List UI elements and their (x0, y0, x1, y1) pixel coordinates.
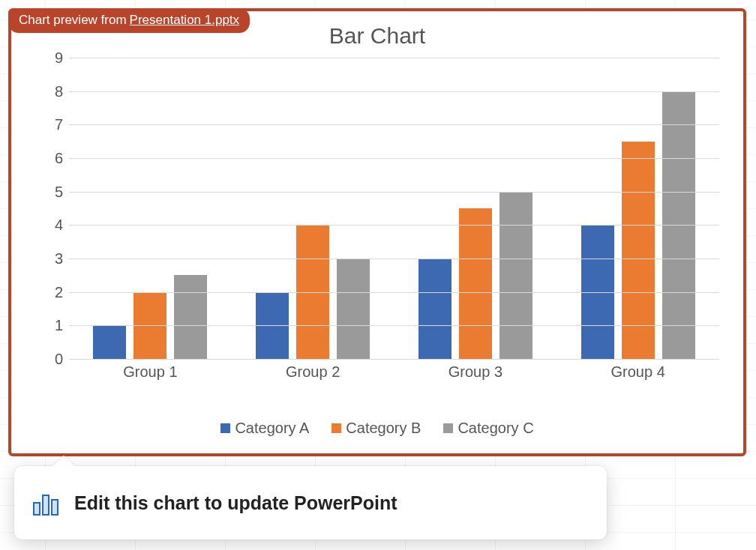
bar (459, 208, 492, 359)
x-tick-label: Group 2 (232, 359, 394, 384)
bars-row (69, 58, 719, 359)
svg-rect-2 (52, 500, 58, 515)
bar-group (556, 58, 719, 359)
badge-filename-link[interactable]: Presentation 1.pptx (130, 13, 239, 28)
bar-group (394, 58, 557, 359)
svg-rect-1 (43, 495, 49, 515)
gridline (69, 192, 719, 193)
y-tick-label: 2 (38, 283, 63, 300)
y-tick-label: 7 (38, 116, 63, 133)
bar-chart-icon (31, 488, 61, 518)
legend-swatch-icon (332, 423, 341, 433)
y-tick-label: 3 (38, 250, 63, 268)
legend-swatch-icon (220, 423, 230, 433)
y-tick-label: 5 (38, 183, 63, 200)
svg-rect-0 (34, 503, 40, 515)
y-tick-label: 9 (38, 49, 63, 67)
legend-swatch-icon (443, 423, 453, 433)
chart-legend: Category A Category B Category C (11, 420, 743, 437)
legend-label: Category B (346, 420, 421, 437)
legend-label: Category C (458, 420, 533, 437)
y-tick-label: 6 (38, 150, 63, 167)
x-tick-label: Group 1 (69, 359, 232, 384)
chart-preview-frame[interactable]: Bar Chart 0123456789 Group 1Group 2Group… (8, 8, 746, 456)
gridline (69, 292, 719, 293)
gridline (69, 91, 719, 92)
plot-wrap: 0123456789 Group 1Group 2Group 3Group 4 (38, 58, 727, 384)
gridline (69, 325, 719, 326)
tooltip-text: Edit this chart to update PowerPoint (74, 492, 398, 514)
legend-item-category-c: Category C (443, 420, 533, 437)
badge-prefix-text: Chart preview from (19, 13, 127, 28)
y-tick-label: 1 (38, 317, 63, 334)
gridline (69, 58, 719, 58)
bar-group (69, 58, 232, 359)
legend-item-category-a: Category A (220, 420, 309, 437)
gridline (69, 124, 719, 125)
gridline (69, 259, 719, 259)
bar-group (232, 58, 394, 359)
bar (93, 325, 126, 359)
x-axis-labels: Group 1Group 2Group 3Group 4 (69, 359, 719, 384)
bar (418, 259, 452, 359)
chart-preview-badge: Chart preview from Presentation 1.pptx (8, 8, 250, 33)
bar (622, 142, 655, 359)
y-tick-label: 4 (38, 217, 63, 234)
y-tick-label: 8 (38, 82, 63, 100)
bar (174, 275, 207, 359)
x-tick-label: Group 4 (556, 359, 719, 384)
gridline (69, 225, 719, 226)
x-tick-label: Group 3 (394, 359, 557, 384)
legend-label: Category A (235, 420, 309, 437)
bar (337, 259, 370, 359)
y-tick-label: 0 (38, 351, 63, 368)
bar (500, 192, 532, 359)
gridline (69, 158, 719, 159)
edit-chart-tooltip[interactable]: Edit this chart to update PowerPoint (14, 466, 607, 540)
plot-area (69, 58, 719, 359)
legend-item-category-b: Category B (332, 420, 421, 437)
